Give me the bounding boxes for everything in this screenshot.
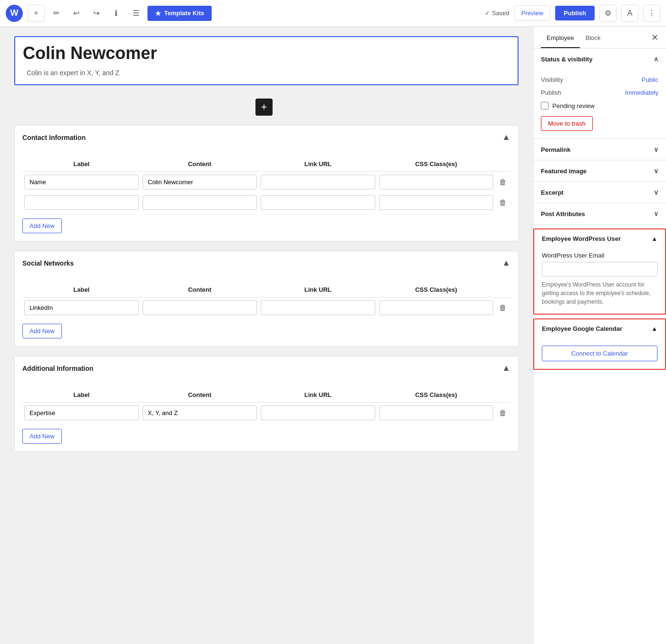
social-section-header[interactable]: Social Networks ▲ xyxy=(15,251,518,275)
add-block-inline-button[interactable]: + xyxy=(255,99,273,116)
sidebar-tabs: Employee Block ✕ xyxy=(533,27,666,49)
social-col-content: Content xyxy=(141,282,259,297)
info-button[interactable]: ℹ xyxy=(108,5,125,22)
contact-row1-css[interactable] xyxy=(379,175,494,189)
additional-section-header[interactable]: Additional Information ▲ xyxy=(15,357,518,380)
template-kits-label: Template Kits xyxy=(164,10,204,17)
employee-name[interactable]: Colin Newcomer xyxy=(23,43,510,63)
editor-area: Colin Newcomer Colin is an expert in X, … xyxy=(0,27,533,644)
contact-row1-content[interactable] xyxy=(143,175,257,189)
employee-wp-user-title: Employee WordPress User xyxy=(542,235,621,242)
col-content-header: Content xyxy=(141,157,259,172)
sidebar-close-button[interactable]: ✕ xyxy=(651,32,658,43)
social-row1-css[interactable] xyxy=(379,300,494,315)
post-attributes-accordion: Post Attributes ∨ xyxy=(533,203,666,225)
contact-row1-label[interactable] xyxy=(24,175,139,189)
excerpt-title: Excerpt xyxy=(541,189,564,196)
table-row: 🗑 xyxy=(22,403,510,424)
employee-google-calendar-header[interactable]: Employee Google Calendar ▲ xyxy=(534,319,665,338)
redo-button[interactable]: ↪ xyxy=(88,5,105,22)
social-add-new-button[interactable]: Add New xyxy=(22,324,62,338)
excerpt-header[interactable]: Excerpt ∨ xyxy=(533,182,666,203)
tab-block[interactable]: Block xyxy=(580,27,607,48)
settings-button[interactable]: ⚙ xyxy=(599,5,617,22)
template-kits-button[interactable]: ★ Template Kits xyxy=(147,6,212,21)
employee-wp-user-chevron: ▲ xyxy=(651,235,657,242)
featured-image-header[interactable]: Featured image ∨ xyxy=(533,160,666,181)
additional-add-new-button[interactable]: Add New xyxy=(22,429,62,444)
list-view-button[interactable]: ☰ xyxy=(127,5,145,22)
pending-review-checkbox[interactable] xyxy=(541,102,548,109)
status-visibility-title: Status & visibility xyxy=(541,56,592,63)
publish-button[interactable]: Publish xyxy=(555,6,595,20)
preview-button[interactable]: Preview xyxy=(514,5,550,21)
contact-row2-link[interactable] xyxy=(261,195,375,210)
contact-section-header[interactable]: Contact Information ▲ xyxy=(15,126,518,149)
astra-button[interactable]: A xyxy=(621,5,638,22)
name-block: Colin Newcomer Colin is an expert in X, … xyxy=(14,36,519,85)
contact-row2-label[interactable] xyxy=(24,195,139,210)
social-row1-link[interactable] xyxy=(261,300,375,315)
permalink-title: Permalink xyxy=(541,146,570,153)
main-layout: Colin Newcomer Colin is an expert in X, … xyxy=(0,27,666,644)
wp-email-input[interactable] xyxy=(542,262,657,277)
post-attributes-title: Post Attributes xyxy=(541,210,585,218)
more-options-button[interactable]: ⋮ xyxy=(643,5,660,22)
undo-button[interactable]: ↩ xyxy=(68,5,85,22)
pending-review-label: Pending review xyxy=(552,102,595,109)
employee-wp-user-section: Employee WordPress User ▲ WordPress User… xyxy=(533,228,666,315)
contact-row1-delete[interactable]: 🗑 xyxy=(497,176,509,188)
additional-col-label: Label xyxy=(22,387,141,403)
wp-email-description: Employee's WordPress User account for ge… xyxy=(542,280,657,306)
saved-status: ✓ Saved xyxy=(485,10,509,17)
contact-row2-delete[interactable]: 🗑 xyxy=(497,197,509,209)
excerpt-chevron: ∨ xyxy=(654,188,658,196)
status-visibility-header[interactable]: Status & visibility ∧ xyxy=(533,49,666,69)
contact-row1-link[interactable] xyxy=(261,175,375,189)
connect-to-calendar-button[interactable]: Connect to Calendar xyxy=(542,346,657,361)
featured-image-accordion: Featured image ∨ xyxy=(533,160,666,182)
wordpress-logo[interactable]: W xyxy=(6,5,23,22)
featured-image-chevron: ∨ xyxy=(654,167,658,175)
additional-chevron-icon: ▲ xyxy=(502,363,510,373)
visibility-value[interactable]: Public xyxy=(642,76,658,83)
social-row1-label[interactable] xyxy=(24,300,139,315)
publish-row: Publish Immediately xyxy=(541,86,658,99)
additional-row1-label[interactable] xyxy=(24,406,139,420)
social-row1-delete[interactable]: 🗑 xyxy=(497,302,509,314)
post-attributes-header[interactable]: Post Attributes ∨ xyxy=(533,203,666,224)
move-to-trash-button[interactable]: Move to trash xyxy=(541,116,593,131)
social-col-css: CSS Class(es) xyxy=(377,282,496,297)
additional-row1-delete[interactable]: 🗑 xyxy=(497,407,509,419)
status-visibility-accordion: Status & visibility ∧ Visibility Public … xyxy=(533,49,666,139)
employee-wp-user-header[interactable]: Employee WordPress User ▲ xyxy=(534,229,665,248)
contact-row2-content[interactable] xyxy=(143,195,257,210)
permalink-header[interactable]: Permalink ∨ xyxy=(533,139,666,160)
contact-row2-css[interactable] xyxy=(379,195,494,210)
additional-row1-content[interactable] xyxy=(143,406,257,420)
additional-row1-css[interactable] xyxy=(379,406,494,420)
status-visibility-body: Visibility Public Publish Immediately Pe… xyxy=(533,69,666,139)
star-icon: ★ xyxy=(155,10,161,17)
permalink-chevron: ∨ xyxy=(654,146,658,153)
contact-section-title: Contact Information xyxy=(22,134,86,141)
tools-button[interactable]: ✏ xyxy=(48,5,65,22)
contact-section-content: Label Content Link URL CSS Class(es) xyxy=(15,149,518,241)
social-section-title: Social Networks xyxy=(22,259,74,267)
excerpt-accordion: Excerpt ∨ xyxy=(533,182,666,203)
add-block-button[interactable]: ＋ xyxy=(28,5,45,22)
additional-col-content: Content xyxy=(141,387,259,403)
permalink-accordion: Permalink ∨ xyxy=(533,139,666,160)
post-attributes-chevron: ∨ xyxy=(654,210,658,218)
additional-row1-link[interactable] xyxy=(261,406,375,420)
employee-bio[interactable]: Colin is an expert in X, Y, and Z xyxy=(23,67,510,79)
social-col-link: Link URL xyxy=(259,282,377,297)
contact-add-new-button[interactable]: Add New xyxy=(22,218,62,233)
social-row1-content[interactable] xyxy=(143,300,257,315)
publish-value[interactable]: Immediately xyxy=(625,89,658,96)
social-col-label: Label xyxy=(22,282,141,297)
tab-employee[interactable]: Employee xyxy=(541,27,580,48)
pending-review-row: Pending review xyxy=(541,99,658,112)
status-visibility-chevron: ∧ xyxy=(654,55,658,63)
additional-section-title: Additional Information xyxy=(22,365,93,372)
